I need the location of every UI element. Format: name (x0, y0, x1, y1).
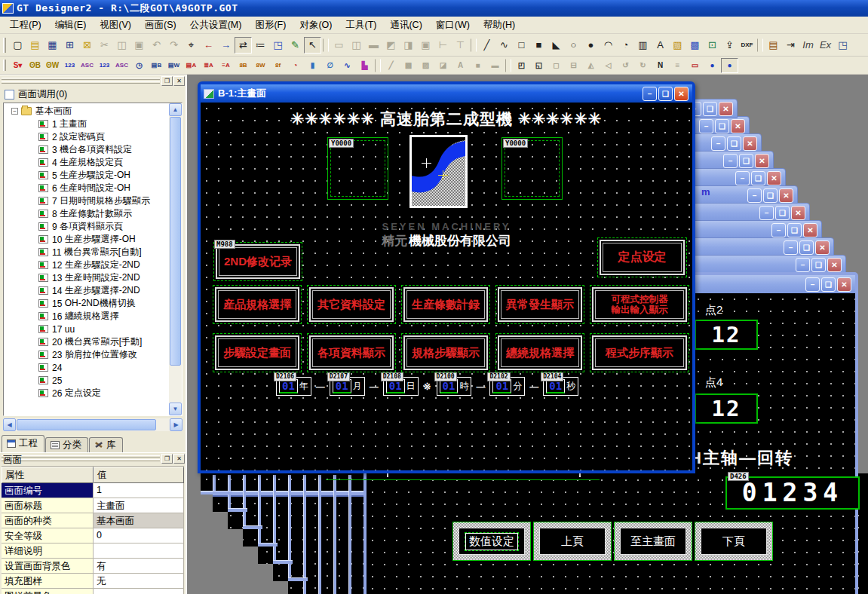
toolbar-icon[interactable] (757, 38, 763, 52)
tab-project[interactable]: 工程 (2, 435, 44, 452)
tree-screen-item[interactable]: 16 纏繞規格選擇 (4, 310, 169, 323)
tree-screen-item[interactable]: 11 機台異常顯示[自動] (4, 246, 169, 259)
menu-item[interactable]: 通讯(C) (383, 17, 428, 34)
close-icon[interactable]: ✕ (674, 87, 689, 101)
close-icon[interactable]: ✕ (719, 102, 733, 116)
property-value[interactable]: 主畫面 (94, 498, 184, 513)
draw-polyline[interactable]: ∿ (495, 37, 513, 54)
datetime-display[interactable]: D2107 01 月 (330, 377, 365, 396)
close-icon[interactable]: ✕ (791, 206, 805, 220)
undo[interactable]: ↶ (148, 37, 165, 54)
toolbar-handle[interactable] (3, 60, 6, 71)
rotate-left[interactable]: ↺ (617, 58, 634, 73)
panel-close-button[interactable]: ✕ (173, 76, 185, 86)
screen-image[interactable]: ⊡ (704, 37, 721, 54)
maximize-icon[interactable]: ❏ (739, 154, 753, 168)
close-icon[interactable]: ✕ (743, 136, 757, 151)
resize-height[interactable]: ◫ (348, 37, 365, 54)
ascii-display[interactable]: ASC (78, 58, 96, 73)
rotate-right[interactable]: ↻ (634, 58, 652, 73)
screen-image-list[interactable]: ◳ (269, 37, 287, 54)
property-row[interactable]: 设置画面背景色 有 (2, 559, 184, 574)
output-lamp-left[interactable]: Y0000 (327, 137, 388, 200)
tree-vertical-scrollbar[interactable]: ▲ ▼ (169, 103, 182, 415)
tree-screen-item[interactable]: 14 生産步驟選擇-2ND (4, 284, 169, 297)
tree-screen-item[interactable]: 26 定点设定 (4, 387, 169, 400)
hmi-menu-button[interactable]: 步驟設定畫面 (215, 335, 299, 370)
setpoint-button[interactable]: 定点设定 (600, 240, 685, 275)
tree-screen-item[interactable]: 3 機台各項資料設定 (4, 143, 169, 156)
align-objects[interactable]: ≡ (669, 58, 686, 73)
find-device[interactable]: ⌖ (182, 37, 200, 54)
tree-screen-item[interactable]: 7 日期時間規格步驟顯示 (4, 194, 169, 207)
close-icon[interactable]: ✕ (837, 277, 851, 292)
draw-fill-circle[interactable]: ● (582, 37, 600, 54)
menu-item[interactable]: 公共设置(M) (183, 17, 249, 34)
select-object[interactable]: ● (704, 58, 721, 73)
flip-horizontal[interactable]: ◁ (600, 58, 617, 73)
copy[interactable]: ◫ (113, 37, 130, 54)
maximize-icon[interactable]: ❏ (763, 188, 778, 203)
lamp-bit[interactable]: ʘB (26, 58, 44, 73)
tree-screen-item[interactable]: 6 生産時間設定-OH (4, 182, 169, 194)
tree-screen-item[interactable]: 24 (4, 361, 169, 374)
tree-screen-item[interactable]: 17 uu (4, 323, 169, 335)
s-mode[interactable]: S▾ (9, 58, 26, 73)
maximize-icon[interactable]: ❏ (775, 206, 790, 220)
property-value[interactable]: 基本画面 (94, 513, 184, 528)
close-icon[interactable]: ✕ (767, 171, 781, 185)
hmi-menu-button[interactable]: 規格步驟顯示 (403, 335, 488, 370)
property-row[interactable]: 图样前景色 (2, 589, 184, 594)
save-project[interactable]: ▦ (44, 37, 61, 54)
hmi-menu-button[interactable]: 程式步序顯示 (592, 335, 687, 370)
touch-area[interactable]: ⇪ (721, 37, 738, 54)
property-row[interactable]: 填充图样 无 (2, 574, 184, 589)
tree-screen-item[interactable]: 23 胎肩拉伸位置修改 (4, 348, 169, 361)
spacing-h[interactable]: ⊢ (434, 37, 452, 54)
menu-item[interactable]: 对象(O) (293, 17, 339, 34)
minimize-icon[interactable]: – (759, 206, 774, 220)
minimize-icon[interactable]: – (805, 277, 820, 292)
close-icon[interactable]: ✕ (815, 240, 830, 255)
property-value[interactable] (94, 589, 184, 594)
menu-item[interactable]: 帮助(H) (477, 17, 522, 34)
comment-bit[interactable]: ▤B (148, 58, 165, 73)
draft-pen[interactable]: ✎ (287, 37, 304, 54)
align-left[interactable]: ◩ (382, 37, 400, 54)
flip-vertical[interactable]: ◭ (582, 58, 600, 73)
hmi-menu-button[interactable]: 纏繞規格選擇 (498, 335, 582, 370)
toolbar-icon[interactable] (505, 59, 511, 72)
property-value[interactable]: 无 (94, 574, 184, 589)
tree-screen-item[interactable]: 25 (4, 374, 169, 387)
property-value[interactable]: 0 (94, 528, 184, 543)
select-arrow[interactable]: ↖ (304, 37, 321, 54)
redo[interactable]: ↷ (165, 37, 182, 54)
menu-item[interactable]: 窗口(W) (429, 17, 477, 34)
forward[interactable]: → (217, 37, 235, 54)
parts-move[interactable]: ∅ (321, 58, 339, 73)
minimize-icon[interactable]: – (771, 223, 786, 237)
ungroup[interactable]: ⊟ (565, 58, 582, 73)
window-open[interactable]: ⊠ (78, 37, 96, 54)
report[interactable]: ▤ (765, 37, 782, 54)
app-title-bar[interactable]: GT Designer2 - R:\二段GOT\A9GOTP.GOT (0, 0, 868, 17)
clock-display[interactable]: ◷ (130, 58, 148, 73)
draw-line[interactable]: ╱ (478, 37, 495, 54)
7seg-word[interactable]: 8W (252, 58, 269, 73)
minimize-icon[interactable]: – (711, 136, 725, 151)
alarm-list[interactable]: ≣A (200, 58, 217, 73)
menu-item[interactable]: 工程(P) (3, 17, 48, 34)
cut[interactable]: ✂ (96, 37, 113, 54)
menu-item[interactable]: 编辑(E) (48, 17, 94, 34)
maximize-icon[interactable]: ❏ (811, 258, 826, 272)
align-grid[interactable]: ▣ (417, 37, 434, 54)
numeric-input[interactable]: 123 (96, 58, 113, 73)
scroll-left-icon[interactable]: ◀ (3, 418, 16, 431)
fill-color[interactable]: ■ (469, 58, 486, 73)
minimize-icon[interactable]: – (747, 188, 762, 203)
close-icon[interactable]: ✕ (779, 188, 793, 203)
draw-polygon[interactable]: ◣ (547, 37, 565, 54)
draw-arc[interactable]: ◠ (600, 37, 617, 54)
tree-screen-item[interactable]: 2 設定密碼頁 (4, 130, 169, 143)
draw-scale[interactable]: ▥ (634, 37, 652, 54)
